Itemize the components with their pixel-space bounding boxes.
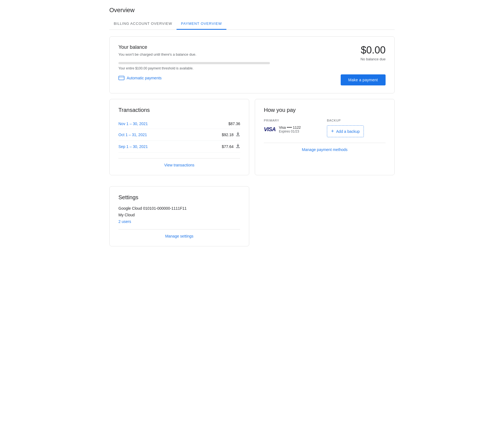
how-you-pay-title: How you pay: [264, 107, 386, 113]
card-expiry: Expires 01/23: [279, 130, 301, 133]
visa-card-details: Visa •••• 1122 Expires 01/23: [279, 125, 301, 133]
manage-settings-link[interactable]: Manage settings: [165, 234, 194, 238]
card-name: Visa •••• 1122: [279, 125, 301, 130]
table-row: Nov 1 – 30, 2021 $87.36: [118, 119, 240, 129]
backup-label: BACKUP: [327, 119, 386, 122]
transactions-card: Transactions Nov 1 – 30, 2021 $87.36 Oct…: [109, 99, 249, 175]
primary-payment-card: VISA Visa •••• 1122 Expires 01/23: [264, 125, 323, 133]
settings-footer: Manage settings: [118, 229, 240, 238]
plus-icon: +: [331, 128, 334, 134]
transactions-footer: View transactions: [118, 158, 240, 167]
add-backup-button[interactable]: + Add a backup: [327, 125, 364, 137]
download-icon-1[interactable]: [236, 132, 240, 138]
svg-rect-2: [236, 136, 240, 136]
transaction-period-link-0[interactable]: Nov 1 – 30, 2021: [118, 122, 148, 126]
table-row: Sep 1 – 30, 2021 $77.64: [118, 141, 240, 153]
make-payment-container: Make a payment: [341, 74, 386, 85]
settings-users-link[interactable]: 2 users: [118, 219, 131, 224]
auto-payments-label: Automatic payments: [127, 76, 162, 80]
tab-billing-account-overview[interactable]: BILLING ACCOUNT OVERVIEW: [109, 18, 177, 30]
table-row: Oct 1 – 31, 2021 $92.18: [118, 129, 240, 141]
transaction-period-link-1[interactable]: Oct 1 – 31, 2021: [118, 133, 147, 137]
payment-methods-grid: PRIMARY VISA Visa •••• 1122 Expires 01/2…: [264, 119, 386, 137]
settings-account-name: My Cloud: [118, 213, 240, 217]
balance-status: No balance due: [341, 57, 386, 61]
settings-title: Settings: [118, 194, 240, 201]
two-col-section: Transactions Nov 1 – 30, 2021 $87.36 Oct…: [109, 99, 395, 181]
automatic-payments-link[interactable]: Automatic payments: [118, 76, 162, 80]
backup-payment-section: BACKUP + Add a backup: [327, 119, 386, 137]
download-icon-2[interactable]: [236, 144, 240, 150]
balance-title: Your balance: [118, 44, 341, 50]
balance-card: Your balance You won't be charged until …: [109, 36, 395, 93]
primary-payment-section: PRIMARY VISA Visa •••• 1122 Expires 01/2…: [264, 119, 323, 137]
svg-rect-3: [236, 147, 240, 148]
manage-payment-methods-link[interactable]: Manage payment methods: [302, 147, 348, 152]
add-backup-label: Add a backup: [336, 129, 360, 134]
transactions-title: Transactions: [118, 107, 240, 113]
payment-threshold-bar: [118, 62, 270, 64]
how-you-pay-card: How you pay PRIMARY VISA Visa •••• 1122 …: [255, 99, 395, 175]
tab-payment-overview[interactable]: PAYMENT OVERVIEW: [177, 18, 226, 30]
balance-amount: $0.00: [341, 44, 386, 56]
primary-label: PRIMARY: [264, 119, 323, 122]
transaction-amount-1: $92.18: [222, 132, 240, 138]
view-transactions-link[interactable]: View transactions: [164, 163, 194, 167]
visa-logo: VISA: [264, 126, 276, 133]
transaction-amount-0: $87.36: [228, 122, 240, 126]
threshold-text: Your entire $100.00 payment threshold is…: [118, 66, 341, 70]
svg-rect-1: [119, 77, 124, 78]
tabs-container: BILLING ACCOUNT OVERVIEW PAYMENT OVERVIE…: [109, 18, 395, 30]
transaction-period-link-2[interactable]: Sep 1 – 30, 2021: [118, 144, 148, 149]
balance-left-section: Your balance You won't be charged until …: [118, 44, 341, 80]
page-title: Overview: [109, 7, 395, 14]
settings-account-id: Google Cloud 010101-000000-1111F11: [118, 206, 240, 211]
transaction-amount-2: $77.64: [222, 144, 240, 150]
balance-right-section: $0.00 No balance due Make a payment: [341, 44, 386, 85]
svg-rect-0: [119, 76, 124, 80]
make-payment-button[interactable]: Make a payment: [341, 74, 386, 85]
settings-card: Settings Google Cloud 010101-000000-1111…: [109, 186, 249, 246]
auto-pay-row: Automatic payments: [118, 76, 341, 80]
credit-card-icon: [118, 76, 124, 80]
how-you-pay-footer: Manage payment methods: [264, 143, 386, 152]
balance-subtitle: You won't be charged until there's a bal…: [118, 52, 341, 56]
